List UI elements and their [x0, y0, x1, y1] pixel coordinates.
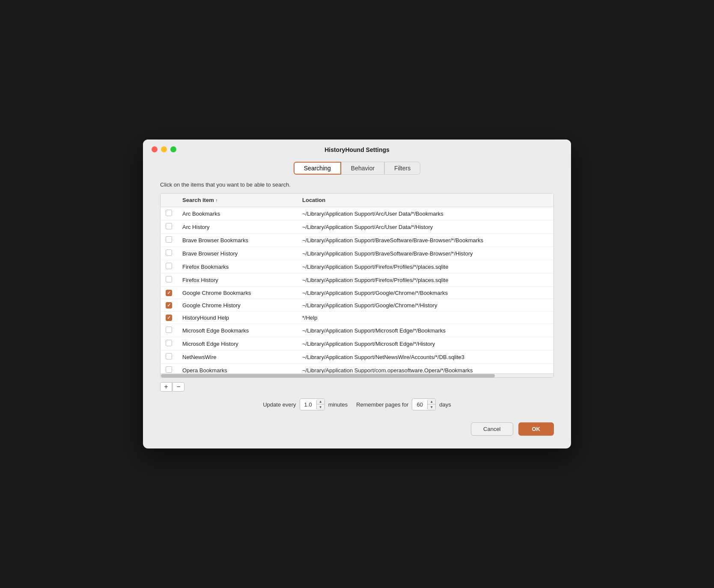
checkbox-cell[interactable] [161, 220, 177, 234]
main-content: Searching Behavior Filters Click on the … [143, 157, 571, 448]
checkbox-cell[interactable] [161, 364, 177, 374]
checkbox-cell[interactable] [161, 273, 177, 287]
row-location-11: ~/Library/Application Support/Microsoft … [297, 337, 553, 350]
table-row: Google Chrome Bookmarks~/Library/Applica… [161, 287, 553, 299]
checkbox-9[interactable] [166, 315, 172, 321]
remember-pages-down-arrow[interactable]: ▼ [428, 404, 435, 410]
row-name-13: Opera Bookmarks [177, 364, 297, 374]
checkbox-1[interactable] [166, 210, 172, 216]
checkbox-11[interactable] [166, 340, 172, 346]
row-name-3: Brave Browser Bookmarks [177, 234, 297, 247]
update-every-label: Update every [263, 401, 296, 408]
window-title: HistoryHound Settings [324, 146, 390, 153]
col-location-header: Location [297, 193, 553, 207]
row-location-13: ~/Library/Application Support/com.operas… [297, 364, 553, 374]
tab-filters[interactable]: Filters [384, 162, 420, 175]
checkbox-4[interactable] [166, 249, 172, 256]
checkbox-6[interactable] [166, 276, 172, 282]
checkbox-cell[interactable] [161, 299, 177, 312]
row-location-5: ~/Library/Application Support/Firefox/Pr… [297, 260, 553, 273]
row-location-10: ~/Library/Application Support/Microsoft … [297, 324, 553, 337]
add-item-button[interactable]: + [160, 382, 172, 392]
table-row: Arc History~/Library/Application Support… [161, 220, 553, 234]
row-name-10: Microsoft Edge Bookmarks [177, 324, 297, 337]
table-row: NetNewsWire~/Library/Application Support… [161, 350, 553, 364]
remember-pages-stepper[interactable]: 60 ▲ ▼ [412, 398, 436, 410]
update-every-arrows: ▲ ▼ [317, 399, 324, 410]
tab-behavior[interactable]: Behavior [341, 162, 384, 175]
row-location-3: ~/Library/Application Support/BraveSoftw… [297, 234, 553, 247]
update-every-value: 1.0 [300, 400, 317, 409]
row-location-1: ~/Library/Application Support/Arc/User D… [297, 207, 553, 220]
checkbox-cell[interactable] [161, 234, 177, 247]
remember-pages-up-arrow[interactable]: ▲ [428, 399, 435, 404]
checkbox-cell[interactable] [161, 260, 177, 273]
checkbox-10[interactable] [166, 327, 172, 333]
action-buttons: Cancel OK [160, 422, 554, 436]
checkbox-7[interactable] [166, 290, 172, 296]
remove-item-button[interactable]: − [173, 382, 184, 392]
search-items-table: Search item Location Arc Bookmarks~/Libr… [161, 193, 553, 373]
row-name-9: HistoryHound Help [177, 312, 297, 324]
row-name-2: Arc History [177, 220, 297, 234]
checkbox-5[interactable] [166, 263, 172, 269]
row-location-6: ~/Library/Application Support/Firefox/Pr… [297, 273, 553, 287]
col-name-header[interactable]: Search item [177, 193, 297, 207]
row-name-7: Google Chrome Bookmarks [177, 287, 297, 299]
checkbox-13[interactable] [166, 366, 172, 373]
row-location-4: ~/Library/Application Support/BraveSoftw… [297, 247, 553, 260]
remember-pages-group: Remember pages for 60 ▲ ▼ days [356, 398, 451, 410]
table-row: Microsoft Edge History~/Library/Applicat… [161, 337, 553, 350]
update-every-up-arrow[interactable]: ▲ [317, 399, 324, 404]
table-scroll-area[interactable]: Search item Location Arc Bookmarks~/Libr… [161, 193, 553, 373]
table-row: Opera Bookmarks~/Library/Application Sup… [161, 364, 553, 374]
checkbox-cell[interactable] [161, 337, 177, 350]
row-location-2: ~/Library/Application Support/Arc/User D… [297, 220, 553, 234]
checkbox-3[interactable] [166, 236, 172, 243]
checkbox-cell[interactable] [161, 287, 177, 299]
table-row: Firefox History~/Library/Application Sup… [161, 273, 553, 287]
row-location-8: ~/Library/Application Support/Google/Chr… [297, 299, 553, 312]
update-every-unit: minutes [328, 401, 348, 408]
table-row: Google Chrome History~/Library/Applicati… [161, 299, 553, 312]
remember-pages-value: 60 [412, 400, 428, 409]
ok-button[interactable]: OK [518, 422, 554, 436]
title-bar: HistoryHound Settings [143, 140, 571, 157]
remember-pages-unit: days [439, 401, 451, 408]
row-name-12: NetNewsWire [177, 350, 297, 364]
update-every-stepper[interactable]: 1.0 ▲ ▼ [300, 398, 325, 410]
bottom-bar: + − [160, 382, 554, 392]
update-every-down-arrow[interactable]: ▼ [317, 404, 324, 410]
maximize-button[interactable] [170, 146, 176, 152]
checkbox-cell[interactable] [161, 350, 177, 364]
table-row: Firefox Bookmarks~/Library/Application S… [161, 260, 553, 273]
checkbox-cell[interactable] [161, 324, 177, 337]
close-button[interactable] [152, 146, 158, 152]
row-name-4: Brave Browser History [177, 247, 297, 260]
update-every-group: Update every 1.0 ▲ ▼ minutes [263, 398, 348, 410]
cancel-button[interactable]: Cancel [471, 422, 513, 436]
remember-pages-label: Remember pages for [356, 401, 408, 408]
checkbox-2[interactable] [166, 223, 172, 229]
row-name-6: Firefox History [177, 273, 297, 287]
tab-bar: Searching Behavior Filters [160, 162, 554, 175]
row-name-5: Firefox Bookmarks [177, 260, 297, 273]
instruction-text: Click on the items that you want to be a… [160, 181, 554, 188]
checkbox-12[interactable] [166, 353, 172, 359]
checkbox-cell[interactable] [161, 312, 177, 324]
checkbox-8[interactable] [166, 302, 172, 309]
minimize-button[interactable] [161, 146, 167, 152]
window-controls [152, 146, 176, 152]
checkbox-cell[interactable] [161, 247, 177, 260]
table-row: Arc Bookmarks~/Library/Application Suppo… [161, 207, 553, 220]
row-location-12: ~/Library/Application Support/NetNewsWir… [297, 350, 553, 364]
checkbox-cell[interactable] [161, 207, 177, 220]
row-name-11: Microsoft Edge History [177, 337, 297, 350]
row-location-9: */Help [297, 312, 553, 324]
row-name-8: Google Chrome History [177, 299, 297, 312]
remember-pages-arrows: ▲ ▼ [428, 399, 435, 410]
settings-row: Update every 1.0 ▲ ▼ minutes Remember pa… [160, 398, 554, 410]
horizontal-scrollbar[interactable] [161, 373, 553, 377]
tab-searching[interactable]: Searching [294, 162, 341, 175]
table-row: Microsoft Edge Bookmarks~/Library/Applic… [161, 324, 553, 337]
